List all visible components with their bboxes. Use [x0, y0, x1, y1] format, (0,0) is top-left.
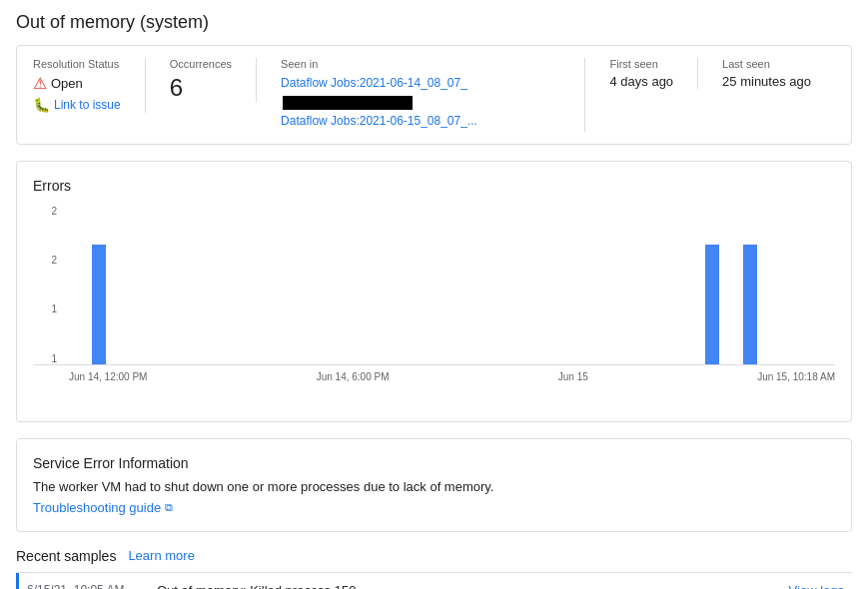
- link-to-issue-label: Link to issue: [54, 98, 121, 112]
- recent-samples-title: Recent samples: [16, 548, 116, 564]
- chart-card: Errors 2 2 1 1 Jun 14, 12:00 PM Jun 14, …: [16, 161, 852, 422]
- link-to-issue-button[interactable]: 🐛 Link to issue: [33, 97, 121, 113]
- service-error-title: Service Error Information: [33, 455, 835, 471]
- seen-in-link-1[interactable]: Dataflow Jobs:2021-06-14_08_07_: [281, 74, 560, 112]
- occurrences-section: Occurrences 6: [170, 58, 257, 102]
- troubleshoot-label: Troubleshooting guide: [33, 500, 161, 515]
- y-axis: 2 2 1 1: [33, 206, 63, 364]
- status-value: Open: [51, 76, 83, 91]
- seen-in-link-2[interactable]: Dataflow Jobs:2021-06-15_08_07_...: [281, 112, 560, 131]
- page-title: Out of memory (system): [16, 12, 852, 33]
- y-label-2: 1: [51, 303, 57, 314]
- chart-area: 2 2 1 1: [33, 206, 835, 365]
- occurrences-value: 6: [170, 74, 232, 102]
- bar-3: [743, 245, 757, 363]
- external-link-icon: ⧉: [165, 501, 173, 514]
- status-open: ⚠ Open: [33, 74, 121, 93]
- first-seen-section: First seen 4 days ago: [609, 58, 698, 89]
- service-error-card: Service Error Information The worker VM …: [16, 438, 852, 532]
- learn-more-link[interactable]: Learn more: [128, 548, 194, 563]
- seen-link-1-text: Dataflow Jobs:2021-06-14_08_07_: [281, 76, 467, 109]
- y-label-1: 1: [51, 353, 57, 364]
- sample-message-1: Out of memory: Killed process 150...: [157, 583, 789, 589]
- sample-list: 6/15/21, 10:05 AM Out of memory: Killed …: [16, 572, 852, 589]
- resolution-status-section: Resolution Status ⚠ Open 🐛 Link to issue: [33, 58, 146, 113]
- seen-in-section: Seen in Dataflow Jobs:2021-06-14_08_07_ …: [281, 58, 585, 132]
- x-label-3: Jun 15: [558, 371, 588, 382]
- bars-area: [69, 206, 835, 364]
- info-card: Resolution Status ⚠ Open 🐛 Link to issue…: [16, 45, 852, 145]
- first-seen-value: 4 days ago: [609, 74, 673, 89]
- sample-time-1: 6/15/21, 10:05 AM: [27, 583, 157, 589]
- troubleshoot-link[interactable]: Troubleshooting guide ⧉: [33, 500, 173, 515]
- redacted-1: [283, 96, 413, 110]
- view-logs-button-1[interactable]: View logs: [789, 583, 852, 589]
- bar-2: [705, 245, 719, 363]
- seen-link-2-text: Dataflow Jobs:2021-06-15_08_07_...: [281, 114, 477, 128]
- sample-row-1: 6/15/21, 10:05 AM Out of memory: Killed …: [16, 573, 852, 589]
- seen-in-label: Seen in: [281, 58, 560, 70]
- occurrences-label: Occurrences: [170, 58, 232, 70]
- x-label-1: Jun 14, 12:00 PM: [69, 371, 147, 382]
- service-error-description: The worker VM had to shut down one or mo…: [33, 479, 835, 494]
- last-seen-section: Last seen 25 minutes ago: [722, 58, 835, 89]
- chart-container: 2 2 1 1 Jun 14, 12:00 PM Jun 14, 6:00 PM…: [33, 206, 835, 405]
- x-label-2: Jun 14, 6:00 PM: [317, 371, 390, 382]
- recent-samples-section: Recent samples Learn more 6/15/21, 10:05…: [16, 548, 852, 589]
- info-row: Resolution Status ⚠ Open 🐛 Link to issue…: [17, 46, 851, 144]
- y-label-4: 2: [51, 206, 57, 217]
- recent-samples-header: Recent samples Learn more: [16, 548, 852, 564]
- last-seen-value: 25 minutes ago: [722, 74, 811, 89]
- resolution-label: Resolution Status: [33, 58, 121, 70]
- bar-1: [92, 245, 106, 363]
- last-seen-label: Last seen: [722, 58, 811, 70]
- y-label-3: 2: [51, 255, 57, 266]
- first-seen-label: First seen: [609, 58, 673, 70]
- status-dot-icon: ⚠: [33, 74, 47, 93]
- bug-icon: 🐛: [33, 97, 50, 113]
- x-axis: Jun 14, 12:00 PM Jun 14, 6:00 PM Jun 15 …: [33, 371, 835, 382]
- chart-title: Errors: [33, 178, 835, 194]
- x-label-4: Jun 15, 10:18 AM: [757, 371, 835, 382]
